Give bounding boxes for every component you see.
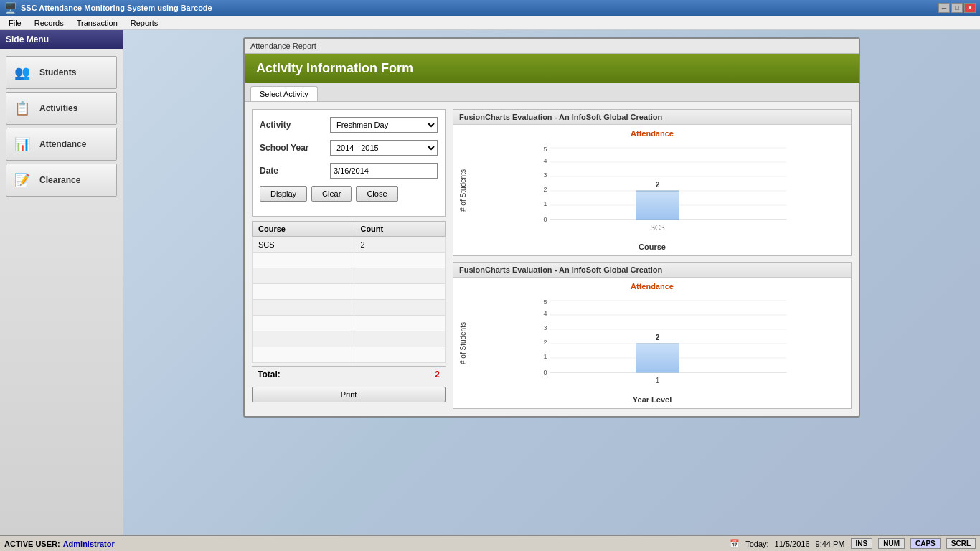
year-chart-header: FusionCharts Evaluation - An InfoSoft Gl… bbox=[453, 263, 851, 278]
window-controls[interactable]: ─ □ ✕ bbox=[938, 3, 976, 13]
course-y-axis-label: # of Students bbox=[458, 141, 468, 241]
menu-file[interactable]: File bbox=[3, 17, 27, 29]
school-year-select[interactable]: 2014 - 2015 2015 - 2016 2016 - 2017 bbox=[330, 140, 438, 156]
charts-panel: FusionCharts Evaluation - An InfoSoft Gl… bbox=[453, 109, 852, 409]
status-right: 📅 Today: 11/5/2016 9:44 PM INS NUM CAPS … bbox=[730, 538, 976, 549]
display-button[interactable]: Display bbox=[260, 186, 307, 202]
scrl-badge: SCRL bbox=[946, 538, 976, 549]
table-row: SCS 2 bbox=[253, 237, 446, 253]
table-row bbox=[253, 347, 446, 363]
table-row bbox=[253, 284, 446, 300]
activity-select[interactable]: Freshmen Day Sports Fest Foundation Day bbox=[330, 117, 438, 133]
svg-text:4: 4 bbox=[543, 157, 547, 164]
minimize-button[interactable]: ─ bbox=[938, 3, 950, 13]
svg-text:1: 1 bbox=[543, 200, 547, 207]
sidebar-label-students: Students bbox=[39, 67, 76, 77]
sidebar-label-attendance: Attendance bbox=[39, 139, 86, 149]
course-chart-svg: 0 1 2 3 4 5 bbox=[468, 141, 847, 241]
side-menu-title: Side Menu bbox=[0, 30, 123, 49]
svg-text:1: 1 bbox=[656, 377, 660, 385]
tab-select-activity[interactable]: Select Activity bbox=[250, 86, 318, 101]
content-area: Attendance Report Activity Information F… bbox=[123, 30, 980, 535]
svg-rect-14 bbox=[636, 191, 679, 220]
print-button[interactable]: Print bbox=[252, 387, 446, 402]
year-chart-area: Attendance # of Students 0 1 bbox=[453, 278, 851, 403]
total-label: Total: bbox=[258, 369, 281, 380]
status-bar: ACTIVE USER: Administrator 📅 Today: 11/5… bbox=[0, 535, 980, 551]
activity-group: Activity Freshmen Day Sports Fest Founda… bbox=[260, 117, 438, 133]
col-course: Course bbox=[253, 222, 354, 237]
table-row bbox=[253, 300, 446, 316]
report-window: Attendance Report Activity Information F… bbox=[243, 37, 860, 418]
title-bar: 🖥️ SSC Attendance Monitoring System usin… bbox=[0, 0, 980, 16]
time-value: 9:44 PM bbox=[816, 540, 845, 548]
sidebar-item-attendance[interactable]: 📊 Attendance bbox=[6, 128, 117, 161]
col-count: Count bbox=[354, 222, 446, 237]
year-y-axis-label: # of Students bbox=[458, 293, 468, 394]
table-row bbox=[253, 331, 446, 347]
menu-bar: File Records Transaction Reports bbox=[0, 16, 980, 30]
clearance-icon: 📝 bbox=[11, 170, 34, 190]
table-row bbox=[253, 268, 446, 284]
svg-text:1: 1 bbox=[543, 353, 547, 360]
students-icon: 👥 bbox=[11, 62, 34, 83]
report-header: Activity Information Form bbox=[245, 54, 859, 83]
close-button-form[interactable]: Close bbox=[356, 186, 397, 202]
table-row bbox=[253, 316, 446, 331]
data-table: Course Count SCS 2 bbox=[252, 221, 446, 363]
action-buttons: Display Clear Close bbox=[260, 186, 438, 202]
close-button[interactable]: ✕ bbox=[964, 3, 976, 13]
tab-bar: Select Activity bbox=[245, 83, 859, 102]
date-label: Date bbox=[260, 166, 324, 176]
sidebar-item-students[interactable]: 👥 Students bbox=[6, 56, 117, 89]
count-cell: 2 bbox=[354, 237, 446, 253]
svg-text:4: 4 bbox=[543, 310, 547, 317]
active-user-value: Administrator bbox=[63, 540, 115, 548]
print-row: Print bbox=[252, 382, 446, 407]
total-row: Total: 2 bbox=[252, 366, 446, 382]
year-chart-title: Attendance bbox=[631, 282, 674, 291]
ins-badge: INS bbox=[851, 538, 873, 549]
caps-badge: CAPS bbox=[910, 538, 941, 549]
active-user-label: ACTIVE USER: bbox=[4, 540, 60, 548]
svg-rect-31 bbox=[636, 344, 679, 372]
year-chart-box: FusionCharts Evaluation - An InfoSoft Gl… bbox=[453, 262, 852, 409]
sidebar-item-activities[interactable]: 📋 Activities bbox=[6, 92, 117, 125]
course-cell: SCS bbox=[253, 237, 354, 253]
sidebar-label-activities: Activities bbox=[39, 103, 77, 113]
date-input[interactable] bbox=[330, 163, 438, 179]
svg-text:SCS: SCS bbox=[650, 224, 665, 232]
today-value: 11/5/2016 bbox=[775, 540, 810, 548]
svg-text:2: 2 bbox=[656, 334, 660, 342]
course-chart-box: FusionCharts Evaluation - An InfoSoft Gl… bbox=[453, 109, 852, 256]
activities-icon: 📋 bbox=[11, 98, 34, 118]
svg-text:3: 3 bbox=[543, 324, 547, 331]
course-chart-title: Attendance bbox=[631, 129, 674, 138]
menu-reports[interactable]: Reports bbox=[125, 17, 164, 29]
svg-text:2: 2 bbox=[543, 339, 547, 346]
sidebar-item-clearance[interactable]: 📝 Clearance bbox=[6, 164, 117, 197]
svg-text:0: 0 bbox=[543, 369, 547, 376]
menu-transaction[interactable]: Transaction bbox=[71, 17, 123, 29]
menu-records[interactable]: Records bbox=[29, 17, 70, 29]
attendance-icon: 📊 bbox=[11, 134, 34, 154]
year-x-axis-label: Year Level bbox=[633, 395, 672, 404]
table-row bbox=[253, 253, 446, 268]
total-value: 2 bbox=[435, 369, 440, 380]
course-x-axis-label: Course bbox=[639, 242, 666, 251]
form-panel: Activity Freshmen Day Sports Fest Founda… bbox=[252, 109, 446, 409]
svg-text:2: 2 bbox=[543, 186, 547, 193]
clear-button[interactable]: Clear bbox=[311, 186, 352, 202]
sidebar-label-clearance: Clearance bbox=[39, 175, 80, 185]
num-badge: NUM bbox=[878, 538, 905, 549]
svg-text:3: 3 bbox=[543, 171, 547, 179]
svg-text:0: 0 bbox=[543, 216, 547, 223]
maximize-button[interactable]: □ bbox=[951, 3, 963, 13]
svg-text:5: 5 bbox=[543, 146, 547, 153]
svg-text:5: 5 bbox=[543, 298, 547, 306]
year-chart-svg: 0 1 2 3 4 5 bbox=[468, 293, 847, 394]
school-year-label: School Year bbox=[260, 143, 324, 153]
today-label: Today: bbox=[745, 540, 768, 548]
app-title: SSC Attendance Monitoring System using B… bbox=[21, 4, 212, 12]
side-menu: Side Menu 👥 Students 📋 Activities 📊 Atte… bbox=[0, 30, 123, 535]
